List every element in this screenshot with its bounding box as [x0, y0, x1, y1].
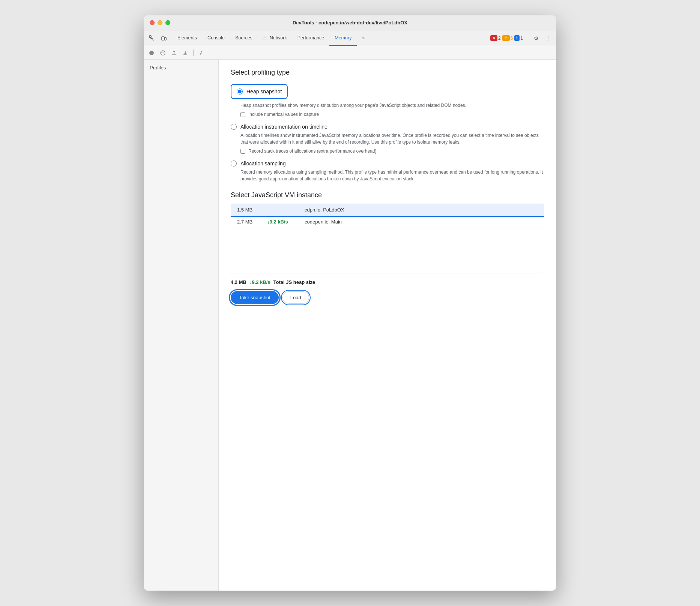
sidebar: Profiles — [144, 60, 219, 591]
toolbar-right: ✕ 2 ⚠ 6 ℹ 1 ⚙ ⋮ — [490, 33, 553, 44]
nav-tabs: Elements Console Sources ⚠ Network Perfo… — [172, 30, 490, 46]
minimize-button[interactable] — [158, 20, 162, 25]
heap-snapshot-option: Heap snapshot Heap snapshot profiles sho… — [231, 84, 544, 117]
record-stack-traces-label[interactable]: Record stack traces of allocations (extr… — [248, 148, 377, 154]
brush-icon[interactable] — [197, 48, 206, 58]
footer-row: 4.2 MB ↓9.2 kB/s Total JS heap size — [231, 279, 544, 285]
action-buttons: Take snapshot Load — [231, 291, 544, 304]
device-toolbar-icon[interactable] — [159, 33, 169, 44]
window-title: DevTools - codepen.io/web-dot-dev/live/P… — [293, 20, 407, 26]
info-count-badge[interactable]: ℹ 1 — [514, 35, 523, 41]
inspect-icon[interactable] — [147, 33, 157, 44]
heap-snapshot-checkbox-row: Include numerical values in capture — [240, 112, 544, 117]
load-button[interactable]: Load — [282, 291, 309, 304]
vm-empty-space — [231, 228, 544, 273]
tab-network[interactable]: ⚠ Network — [258, 30, 292, 46]
download-icon[interactable] — [180, 48, 190, 58]
main-toolbar: Elements Console Sources ⚠ Network Perfo… — [144, 30, 556, 46]
tab-console[interactable]: Console — [202, 30, 230, 46]
allocation-timeline-row: Allocation instrumentation on timeline — [231, 124, 544, 130]
tab-elements[interactable]: Elements — [172, 30, 202, 46]
allocation-timeline-label[interactable]: Allocation instrumentation on timeline — [240, 124, 327, 130]
include-numerical-checkbox[interactable] — [240, 112, 245, 117]
heap-snapshot-desc: Heap snapshot profiles show memory distr… — [240, 102, 544, 109]
main-content: Profiles Select profiling type Heap snap… — [144, 60, 556, 591]
allocation-sampling-desc: Record memory allocations using sampling… — [240, 169, 544, 182]
vm-section: Select JavaScript VM instance 1.5 MB cdp… — [231, 191, 544, 273]
allocation-sampling-label[interactable]: Allocation sampling — [240, 160, 286, 166]
clear-icon[interactable] — [158, 48, 168, 58]
toolbar-icon-group — [147, 33, 169, 44]
vm2-memory: 2.7 MB — [237, 219, 267, 225]
panel: Select profiling type Heap snapshot Heap… — [219, 60, 556, 591]
footer-download-rate: ↓9.2 kB/s — [249, 279, 270, 285]
network-warning-icon: ⚠ — [263, 35, 267, 40]
settings-icon[interactable]: ⚙ — [531, 33, 541, 44]
error-count-badge[interactable]: ✕ 2 — [490, 35, 501, 41]
record-icon[interactable] — [147, 48, 156, 58]
svg-rect-1 — [162, 37, 164, 40]
vm-row-1[interactable]: 1.5 MB cdpn.io: PoLdbOX — [231, 204, 544, 216]
footer-total-memory: 4.2 MB — [231, 279, 246, 285]
vm1-name: cdpn.io: PoLdbOX — [305, 207, 344, 213]
vm-row-2[interactable]: 2.7 MB ↓9.2 kB/s codepen.io: Main — [231, 216, 544, 228]
more-options-icon[interactable]: ⋮ — [543, 33, 553, 44]
allocation-timeline-radio[interactable] — [231, 124, 237, 130]
devtools-window: DevTools - codepen.io/web-dot-dev/live/P… — [144, 15, 556, 591]
traffic-lights — [150, 20, 170, 25]
sidebar-item-profiles[interactable]: Profiles — [144, 63, 218, 73]
warning-count-badge[interactable]: ⚠ 6 — [502, 35, 513, 41]
vm-table: 1.5 MB cdpn.io: PoLdbOX 2.7 MB ↓9.2 kB/s… — [231, 204, 544, 273]
vm1-memory: 1.5 MB — [237, 207, 267, 213]
allocation-timeline-option: Allocation instrumentation on timeline A… — [231, 124, 544, 154]
vm-section-title: Select JavaScript VM instance — [231, 191, 544, 199]
upload-icon[interactable] — [169, 48, 179, 58]
tab-more[interactable]: » — [357, 30, 370, 46]
tab-sources[interactable]: Sources — [230, 30, 258, 46]
vm2-name: codepen.io: Main — [305, 219, 342, 225]
vm2-download: ↓9.2 kB/s — [267, 219, 305, 225]
titlebar: DevTools - codepen.io/web-dot-dev/live/P… — [144, 15, 556, 30]
record-stack-traces-checkbox[interactable] — [240, 149, 245, 154]
footer-heap-label: Total JS heap size — [273, 279, 315, 285]
heap-snapshot-radio[interactable] — [237, 88, 243, 94]
sec-divider — [193, 50, 194, 56]
take-snapshot-button[interactable]: Take snapshot — [231, 291, 279, 304]
svg-point-3 — [149, 51, 154, 55]
tab-memory[interactable]: Memory — [329, 30, 357, 46]
close-button[interactable] — [150, 20, 155, 25]
allocation-sampling-option: Allocation sampling Record memory alloca… — [231, 160, 544, 182]
divider — [527, 34, 527, 42]
heap-snapshot-label[interactable]: Heap snapshot — [246, 88, 282, 94]
maximize-button[interactable] — [165, 20, 170, 25]
heap-snapshot-row: Heap snapshot — [237, 88, 282, 94]
allocation-sampling-radio[interactable] — [231, 160, 237, 166]
allocation-timeline-desc: Allocation timelines show instrumented J… — [240, 132, 544, 146]
allocation-sampling-row: Allocation sampling — [231, 160, 544, 166]
tab-performance[interactable]: Performance — [292, 30, 330, 46]
include-numerical-label[interactable]: Include numerical values in capture — [248, 112, 319, 117]
secondary-toolbar — [144, 46, 556, 60]
svg-rect-2 — [165, 38, 166, 40]
select-profiling-title: Select profiling type — [231, 69, 544, 76]
allocation-timeline-checkbox-row: Record stack traces of allocations (extr… — [240, 148, 544, 154]
